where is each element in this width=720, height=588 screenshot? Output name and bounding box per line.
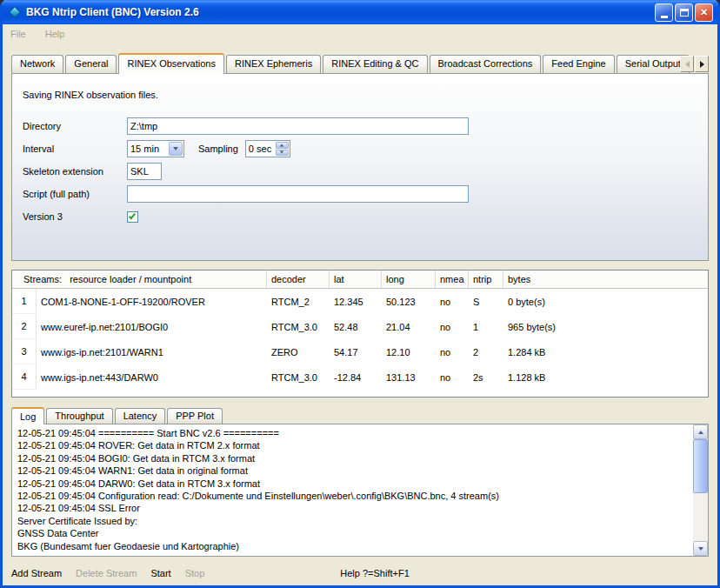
chevron-left-icon (685, 61, 690, 68)
stream-row[interactable]: 1 COM1-8-NONE-1-OFF-19200/ROVER RTCM_2 1… (12, 289, 708, 314)
tab-rinex-observations[interactable]: RINEX Observations (118, 53, 223, 74)
cell-decoder: RTCM_2 (267, 289, 330, 314)
cell-bytes: 965 byte(s) (503, 314, 708, 339)
tab-latency[interactable]: Latency (115, 408, 166, 424)
menu-file[interactable]: File (10, 29, 26, 39)
minimize-icon (661, 16, 668, 18)
scrollbar-thumb[interactable] (693, 439, 708, 493)
log-line: 12-05-21 09:45:04 WARN1: Get data in ori… (17, 464, 688, 477)
log-output: 12-05-21 09:45:04 ========== Start BNC v… (12, 424, 693, 556)
tab-rinex-editing-qc[interactable]: RINEX Editing & QC (323, 55, 427, 73)
header-lat: lat (330, 271, 382, 288)
cell-mountpoint: www.euref-ip.net:2101/BOGI0 (37, 314, 267, 339)
row-number: 1 (12, 289, 37, 314)
tab-rinex-ephemeris[interactable]: RINEX Ephemeris (226, 55, 321, 73)
tab-ppp-plot[interactable]: PPP Plot (167, 408, 223, 424)
sampling-value: 0 sec (246, 141, 275, 157)
tab-serial-output[interactable]: Serial Output (617, 55, 690, 73)
tab-network[interactable]: Network (11, 55, 63, 73)
directory-input[interactable] (127, 117, 469, 135)
cell-mountpoint: www.igs-ip.net:443/DARW0 (37, 364, 267, 390)
cell-ntrip: S (469, 289, 503, 314)
cell-bytes: 1.284 kB (503, 339, 708, 364)
streams-table: Streams: resource loader / mountpoint de… (11, 270, 709, 398)
cell-lat: 54.17 (330, 339, 382, 364)
cell-decoder: RTCM_3.0 (267, 314, 330, 339)
close-icon: ✕ (700, 8, 708, 17)
interval-value: 15 min (128, 144, 168, 154)
cell-decoder: ZERO (267, 339, 330, 364)
cell-nmea: no (436, 364, 469, 390)
close-button[interactable]: ✕ (695, 3, 713, 22)
tab-throughput[interactable]: Throughput (46, 408, 112, 424)
window-title: BKG Ntrip Client (BNC) Version 2.6 (26, 6, 655, 18)
tab-scroll-left-button[interactable] (680, 56, 694, 72)
skeleton-extension-input[interactable] (127, 163, 162, 180)
menu-help[interactable]: Help (45, 29, 65, 39)
header-ntrip: ntrip (469, 271, 503, 288)
stream-row[interactable]: 2 www.euref-ip.net:2101/BOGI0 RTCM_3.0 5… (12, 314, 708, 339)
version3-checkbox[interactable] (127, 211, 138, 223)
streams-table-header: Streams: resource loader / mountpoint de… (12, 271, 708, 289)
cell-ntrip: 2 (469, 339, 503, 364)
cell-decoder: RTCM_3.0 (267, 364, 330, 390)
row-number: 2 (12, 314, 37, 339)
rinex-observations-panel: Saving RINEX observation files. Director… (11, 73, 709, 261)
header-mountpoint: Streams: resource loader / mountpoint (12, 271, 267, 288)
stream-row[interactable]: 3 www.igs-ip.net:2101/WARN1 ZERO 54.17 1… (12, 339, 708, 364)
scroll-down-icon (698, 547, 703, 551)
minimize-button[interactable] (655, 3, 673, 22)
row-number: 3 (12, 339, 37, 364)
scroll-up-icon (698, 431, 703, 434)
cell-long: 131.13 (382, 364, 436, 390)
log-panel: 12-05-21 09:45:04 ========== Start BNC v… (11, 424, 709, 557)
scroll-down-button[interactable] (693, 541, 708, 556)
sampling-spin-down-button[interactable] (276, 150, 289, 157)
script-full-path-label: Script (full path) (23, 189, 127, 199)
log-scrollbar[interactable] (693, 424, 708, 556)
cell-lat: -12.84 (330, 364, 382, 390)
app-window: BKG Ntrip Client (BNC) Version 2.6 ✕ Fil… (0, 0, 720, 588)
log-line: BKG (Bundesamt fuer Geodaesie und Kartog… (17, 540, 688, 552)
tab-general[interactable]: General (65, 55, 117, 73)
sampling-spin-up-button[interactable] (276, 142, 289, 149)
cell-long: 21.04 (382, 314, 436, 339)
tab-log[interactable]: Log (11, 407, 44, 424)
stream-row[interactable]: 4 www.igs-ip.net:443/DARW0 RTCM_3.0 -12.… (12, 364, 708, 390)
sampling-label: Sampling (198, 144, 238, 154)
check-icon (129, 211, 136, 219)
interval-dropdown-button[interactable] (169, 142, 183, 156)
spin-down-icon (280, 151, 284, 154)
stop-button[interactable]: Stop (185, 568, 205, 578)
log-line: 12-05-21 09:45:04 ========== Start BNC v… (17, 427, 688, 439)
interval-label: Interval (23, 144, 127, 154)
start-button[interactable]: Start (150, 568, 170, 578)
tab-broadcast-corrections[interactable]: Broadcast Corrections (430, 55, 542, 73)
delete-stream-button[interactable]: Delete Stream (76, 568, 137, 578)
add-stream-button[interactable]: Add Stream (11, 568, 62, 578)
log-line: 12-05-21 09:45:04 BOGI0: Get data in RTC… (17, 452, 688, 464)
log-line: 12-05-21 09:45:04 ROVER: Get data in RTC… (17, 439, 688, 451)
cell-nmea: no (436, 339, 469, 364)
directory-label: Directory (23, 121, 127, 131)
maximize-button[interactable] (675, 3, 693, 22)
cell-ntrip: 2s (469, 364, 503, 390)
version3-label: Version 3 (23, 211, 127, 222)
script-full-path-input[interactable] (127, 185, 469, 203)
tab-feed-engine[interactable]: Feed Engine (543, 55, 614, 73)
tab-scroll-right-button[interactable] (695, 56, 709, 72)
log-line: 12-05-21 09:45:04 SSL Error (17, 502, 688, 514)
bottom-tab-bar: Log Throughput Latency PPP Plot (11, 406, 709, 424)
log-line: GNSS Data Center (17, 527, 688, 539)
scroll-up-button[interactable] (693, 424, 708, 439)
cell-bytes: 0 byte(s) (503, 289, 708, 314)
title-bar[interactable]: BKG Ntrip Client (BNC) Version 2.6 ✕ (3, 0, 717, 24)
cell-mountpoint: www.igs-ip.net:2101/WARN1 (37, 339, 267, 364)
sampling-spinner[interactable]: 0 sec (245, 140, 290, 157)
maximize-icon (680, 9, 689, 17)
app-icon[interactable] (8, 5, 22, 19)
cell-ntrip: 1 (469, 314, 503, 339)
scrollbar-track[interactable] (693, 493, 708, 541)
log-line: 12-05-21 09:45:04 Configuration read: C:… (17, 490, 688, 502)
interval-dropdown[interactable]: 15 min (127, 140, 184, 157)
